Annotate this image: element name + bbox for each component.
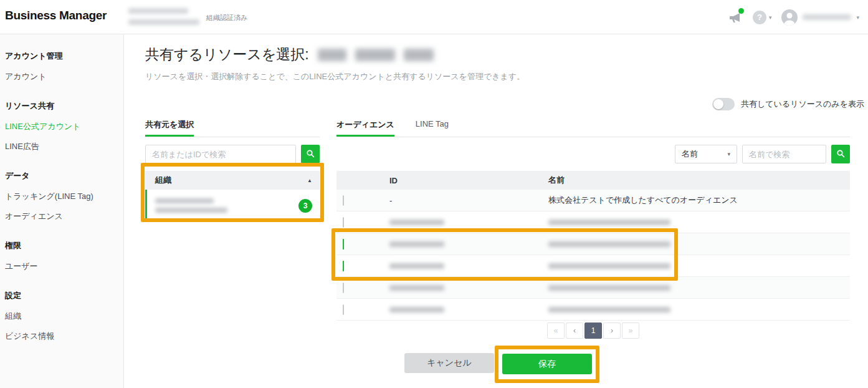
redacted-row-name <box>548 220 670 225</box>
shared-count-badge: 3 <box>298 199 312 213</box>
audience-table: ID 名前 - 株式会社テストで作成したすべてのオーディエンス <box>336 171 850 321</box>
avatar <box>781 9 798 26</box>
notification-dot <box>738 8 744 14</box>
sidebar-item-users[interactable]: ユーザー <box>5 256 118 276</box>
sidebar-item-business-info[interactable]: ビジネス情報 <box>5 326 118 346</box>
redacted-row-name <box>548 285 670 291</box>
toggle-knob <box>713 99 723 109</box>
row-checkbox[interactable] <box>343 283 344 293</box>
organization-row-selected[interactable]: 3 <box>145 190 320 222</box>
source-search-button[interactable] <box>301 145 320 163</box>
pagination-next-button[interactable]: › <box>603 323 621 339</box>
sidebar-section-settings: 設定 <box>5 284 118 306</box>
search-icon <box>305 148 315 160</box>
main-content: 共有するリソースを選択: リソースを選択・選択解除することで、このLINE公式ア… <box>124 34 868 388</box>
sidebar-item-line-official-account[interactable]: LINE公式アカウント <box>5 117 118 137</box>
save-button[interactable]: 保存 <box>502 354 592 374</box>
row-name: 株式会社テストで作成したすべてのオーディエンス <box>548 195 850 206</box>
redacted-user-name <box>803 14 851 20</box>
business-manager-logo: Business Manager <box>5 9 107 22</box>
table-row <box>336 299 850 321</box>
sidebar-section-account-mgmt: アカウント管理 <box>5 44 118 67</box>
page-title: 共有するリソースを選択: <box>145 45 434 64</box>
tab-select-source[interactable]: 共有元を選択 <box>145 119 194 137</box>
tab-audience[interactable]: オーディエンス <box>336 119 394 137</box>
resource-panel: オーディエンス LINE Tag 名前 ▾ ID <box>336 119 850 339</box>
table-row <box>336 211 850 233</box>
chevron-down-icon: ▾ <box>769 14 772 21</box>
tab-line-tag[interactable]: LINE Tag <box>416 119 449 137</box>
filter-field-select[interactable]: 名前 ▾ <box>675 145 737 163</box>
row-id: - <box>389 196 548 205</box>
page-subtitle: リソースを選択・選択解除することで、このLINE公式アカウントと共有するリソース… <box>145 71 525 82</box>
notifications-button[interactable] <box>728 10 743 25</box>
sidebar-nav: アカウント管理 アカウント リソース共有 LINE公式アカウント LINE広告 … <box>0 34 124 388</box>
search-icon <box>836 148 846 160</box>
pagination: « ‹ 1 › » <box>336 323 850 339</box>
organization-table: 組織 ▲ 3 <box>145 171 320 222</box>
organization-header-label: 組織 <box>155 175 171 186</box>
pagination-prev-button[interactable]: ‹ <box>566 323 583 339</box>
chevron-down-icon: ▾ <box>856 14 859 21</box>
resource-filter-row: 名前 ▾ <box>336 145 850 163</box>
row-checkbox[interactable] <box>343 217 344 228</box>
header-actions: ? ▾ ▾ <box>728 0 859 34</box>
redacted-title-token1 <box>318 49 346 61</box>
redacted-row-name <box>548 241 670 247</box>
redacted-row-id <box>389 263 444 269</box>
redacted-header-org-line1 <box>128 8 188 14</box>
sidebar-section-resource-sharing: リソース共有 <box>5 94 118 117</box>
row-checkbox[interactable] <box>343 304 344 315</box>
sidebar-item-line-ads[interactable]: LINE広告 <box>5 137 118 157</box>
resource-search-input[interactable] <box>742 145 826 163</box>
id-column-header: ID <box>389 176 548 185</box>
redacted-title-token3 <box>404 49 434 61</box>
pagination-first-button[interactable]: « <box>547 323 565 339</box>
redacted-row-id <box>389 241 444 247</box>
organization-column-header[interactable]: 組織 ▲ <box>145 171 320 190</box>
source-panel: 共有元を選択 組織 ▲ <box>145 119 320 222</box>
page-title-text: 共有するリソースを選択: <box>145 45 309 64</box>
redacted-row-id <box>389 307 444 313</box>
table-row: - 株式会社テストで作成したすべてのオーディエンス <box>336 190 850 211</box>
table-row <box>336 233 850 255</box>
resource-search-button[interactable] <box>831 145 850 163</box>
cancel-button[interactable]: キャンセル <box>404 353 494 373</box>
row-checkbox[interactable] <box>343 195 344 206</box>
sort-ascending-icon: ▲ <box>307 178 312 183</box>
pagination-last-button[interactable]: » <box>622 323 639 339</box>
row-checkbox[interactable] <box>343 239 344 250</box>
org-verified-badge: 組織認証済み <box>206 13 247 22</box>
pagination-current-page[interactable]: 1 <box>584 323 602 339</box>
top-header: Business Manager 組織認証済み ? ▾ ▾ <box>0 0 868 34</box>
sidebar-item-tracking-line-tag[interactable]: トラッキング(LINE Tag) <box>5 187 118 206</box>
filter-field-value: 名前 <box>682 148 698 160</box>
source-search-input[interactable] <box>145 145 296 163</box>
help-icon: ? <box>753 11 766 24</box>
megaphone-icon <box>728 16 743 27</box>
shared-only-toggle[interactable] <box>712 98 735 110</box>
redacted-row-id <box>389 285 444 291</box>
shared-only-toggle-label: 共有しているリソースのみを表示 <box>741 99 864 110</box>
sidebar-item-organization[interactable]: 組織 <box>5 306 118 326</box>
source-search-row <box>145 145 320 163</box>
sidebar-section-data: データ <box>5 164 118 187</box>
resource-tabs: オーディエンス LINE Tag <box>336 119 850 137</box>
sidebar-item-account[interactable]: アカウント <box>5 67 118 87</box>
sidebar-item-audience[interactable]: オーディエンス <box>5 206 118 226</box>
chevron-down-icon: ▾ <box>727 151 730 157</box>
table-row <box>336 277 850 299</box>
redacted-row-name <box>548 307 670 313</box>
user-menu[interactable]: ▾ <box>781 9 859 26</box>
redacted-header-org-line2 <box>128 19 199 25</box>
redacted-title-token2 <box>355 49 395 61</box>
redacted-org-name <box>155 198 227 213</box>
sidebar-section-permissions: 権限 <box>5 234 118 256</box>
business-manager-window: Business Manager 組織認証済み ? ▾ ▾ <box>0 0 868 388</box>
help-menu[interactable]: ? ▾ <box>753 11 772 24</box>
audience-table-header: ID 名前 <box>336 171 850 190</box>
table-row <box>336 255 850 277</box>
source-tabs: 共有元を選択 <box>145 119 320 137</box>
row-checkbox[interactable] <box>343 261 344 271</box>
shared-only-toggle-row: 共有しているリソースのみを表示 <box>712 98 864 110</box>
